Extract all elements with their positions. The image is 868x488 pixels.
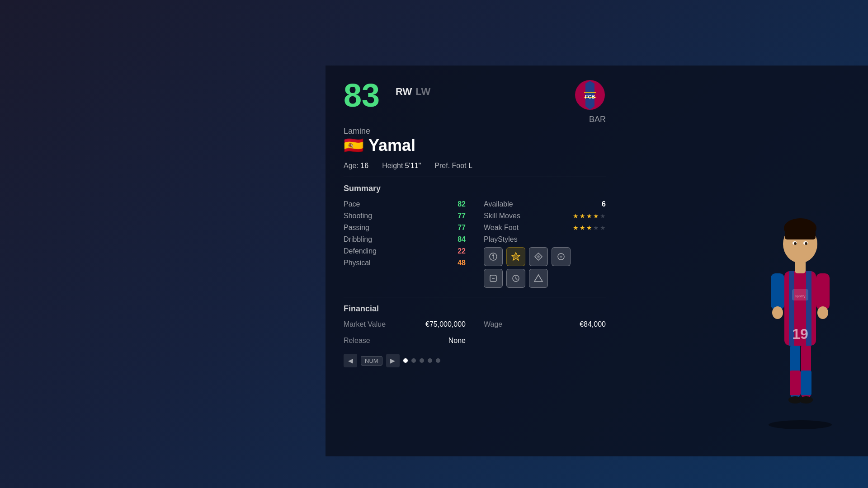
playstyles-row2	[484, 269, 606, 288]
num-badge: NUM	[361, 356, 382, 366]
svg-point-36	[772, 306, 783, 319]
club-area: FCB BAR	[574, 79, 606, 124]
page-dot-5	[436, 358, 440, 363]
left-stats: Pace 82 Shooting 77 Passing 77 Dribbli	[344, 200, 466, 288]
svg-rect-34	[771, 273, 784, 310]
detail-header-row: 83 RW LW FCB	[344, 79, 606, 124]
svg-point-26	[799, 396, 813, 404]
stat-skill-moves: Skill Moves ★ ★ ★ ★ ★	[484, 212, 606, 220]
club-badge: FCB	[574, 79, 606, 111]
pos-secondary: LW	[415, 86, 430, 98]
player-first-name: Lamine	[344, 127, 606, 136]
playstyle-2	[506, 247, 525, 266]
svg-text:FCB: FCB	[585, 94, 595, 99]
stat-playstyles: PlayStyles	[484, 235, 606, 288]
playstyle-1	[484, 247, 503, 266]
svg-point-52	[492, 254, 494, 256]
svg-text:spotify: spotify	[795, 294, 805, 298]
svg-rect-35	[816, 273, 830, 310]
stat-defending: Defending 22	[344, 247, 466, 255]
playstyle-6	[506, 269, 525, 288]
playstyle-4	[552, 247, 571, 266]
fin-market-value: Market Value €75,000,000	[344, 320, 466, 328]
right-stats: Available 6 Skill Moves ★ ★ ★ ★ ★	[484, 200, 606, 288]
detail-attrs: Age: 16 Height 5'11" Pref. Foot L	[344, 162, 606, 170]
stat-physical: Physical 48	[344, 259, 466, 267]
pagination: ◀ NUM ▶	[344, 354, 606, 367]
playstyle-3	[529, 247, 548, 266]
svg-point-22	[769, 420, 832, 429]
main-container: MC Transfers Transfer Hub Shortlist Sent…	[0, 0, 868, 488]
nationality-flag: 🇪🇸	[344, 136, 364, 155]
financial-grid: Market Value €75,000,000 Wage €84,000 Re…	[344, 320, 606, 345]
svg-rect-28	[801, 371, 811, 395]
page-dot-4	[428, 358, 432, 363]
skill-moves-stars: ★ ★ ★ ★ ★	[573, 212, 606, 220]
pos-primary: RW	[396, 86, 412, 98]
fin-wage: Wage €84,000	[484, 320, 606, 328]
financial-title: Financial	[344, 304, 606, 314]
stat-available: Available 6	[484, 200, 606, 208]
page-dot-2	[411, 358, 416, 363]
svg-marker-60	[534, 275, 542, 282]
player-3d-area: spotify	[732, 113, 868, 429]
player-detail-panel: spotify	[326, 66, 868, 456]
svg-rect-27	[790, 371, 801, 395]
club-name: BAR	[574, 115, 606, 124]
svg-point-45	[805, 242, 807, 245]
svg-rect-48	[584, 92, 596, 93]
age-attr: Age: 16	[344, 162, 368, 170]
player-figure: spotify	[741, 149, 859, 429]
detail-name-section: Lamine 🇪🇸 Yamal	[344, 127, 606, 155]
player-rating: 83	[344, 79, 380, 112]
svg-rect-41	[785, 230, 816, 239]
height-attr: Height 5'11"	[382, 162, 421, 170]
weak-foot-stars: ★ ★ ★ ★ ★	[573, 224, 606, 231]
page-next[interactable]: ▶	[386, 354, 400, 367]
stat-dribbling: Dribbling 84	[344, 235, 466, 244]
playstyles-row	[484, 247, 606, 266]
stat-weak-foot: Weak Foot ★ ★ ★ ★ ★	[484, 224, 606, 232]
divider2	[344, 297, 606, 297]
stats-grid: Pace 82 Shooting 77 Passing 77 Dribbli	[344, 200, 606, 288]
page-dot-1	[403, 358, 408, 363]
page-dot-3	[420, 358, 424, 363]
detail-content: 83 RW LW FCB	[344, 79, 606, 367]
divider	[344, 177, 606, 177]
stat-shooting: Shooting 77	[344, 212, 466, 220]
foot-attr: Pref. Foot L	[434, 162, 472, 170]
svg-point-37	[817, 306, 828, 319]
player-last-name: 🇪🇸 Yamal	[344, 136, 606, 155]
stat-passing: Passing 77	[344, 224, 466, 232]
svg-point-44	[794, 242, 797, 245]
svg-text:19: 19	[792, 326, 808, 342]
summary-title: Summary	[344, 184, 606, 193]
playstyle-5	[484, 269, 503, 288]
page-prev[interactable]: ◀	[344, 354, 357, 367]
detail-positions: RW LW	[396, 86, 430, 98]
playstyle-7	[529, 269, 548, 288]
fin-release: Release None	[344, 337, 466, 345]
stat-pace: Pace 82	[344, 200, 466, 208]
